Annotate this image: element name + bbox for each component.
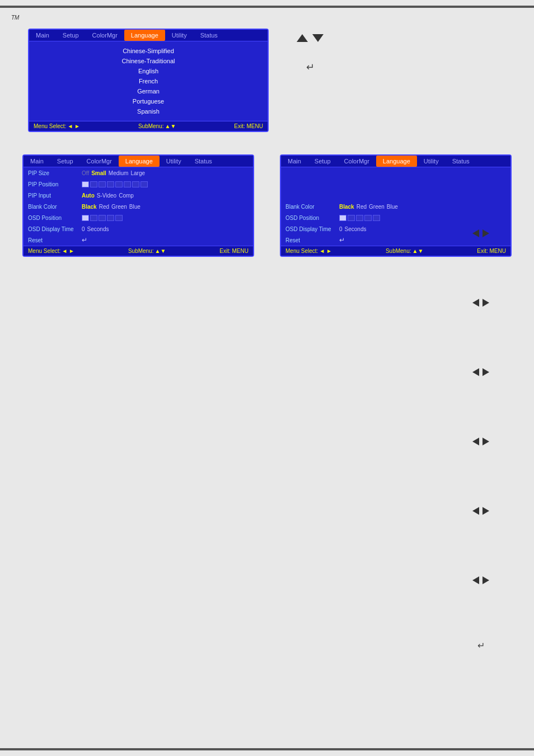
left-arrow-icon-1[interactable] <box>472 229 479 237</box>
bl-footer-menu-select: Menu Select: ◄ ► <box>28 248 74 254</box>
pip-size-off[interactable]: Off <box>82 170 89 176</box>
osd-position-label-left: OSD Position <box>28 215 78 221</box>
bl-tab-utility[interactable]: Utility <box>160 156 188 167</box>
osd-pos-btn-r2[interactable] <box>348 215 355 221</box>
tab-language-lang[interactable]: Language <box>124 30 165 41</box>
tab-utility-lang[interactable]: Utility <box>165 30 194 41</box>
utility-menu-left-header: Main Setup ColorMgr Language Utility Sta… <box>24 156 253 167</box>
enter-icon-bottom[interactable]: ↵ <box>477 640 485 651</box>
osd-pos-btn-3[interactable] <box>99 215 106 221</box>
page-wrapper: TM Main Setup ColorMgr Language Utility … <box>0 0 534 756</box>
br-tab-utility[interactable]: Utility <box>417 156 446 167</box>
tab-setup-lang[interactable]: Setup <box>56 30 86 41</box>
lang-chinese-simplified[interactable]: Chinese-Simplified <box>29 46 268 56</box>
right-arrow-icon-2[interactable] <box>483 299 489 307</box>
osd-pos-btn-r1[interactable] <box>339 215 346 221</box>
osd-pos-btn-2[interactable] <box>90 215 97 221</box>
right-arrow-icon-3[interactable] <box>483 368 489 376</box>
blank-color-black-left[interactable]: Black <box>82 204 97 210</box>
reset-enter-right[interactable]: ↵ <box>339 236 345 244</box>
lang-german[interactable]: German <box>29 86 268 96</box>
pip-size-large[interactable]: Large <box>130 170 145 176</box>
language-menu-body: Chinese-Simplified Chinese-Traditional E… <box>29 41 268 121</box>
footer-menu-select: Menu Select: ◄ ► <box>34 123 80 129</box>
pip-size-medium[interactable]: Medium <box>109 170 129 176</box>
up-arrow-icon[interactable] <box>297 34 308 42</box>
tab-status-lang[interactable]: Status <box>194 30 224 41</box>
osd-time-row-left: OSD Display Time 0 Seconds <box>24 223 253 234</box>
osd-pos-btn-1[interactable] <box>82 215 89 221</box>
pip-size-small[interactable]: Small <box>91 170 106 176</box>
blank-color-green-right[interactable]: Green <box>369 204 385 210</box>
blank-color-black-right[interactable]: Black <box>339 204 354 210</box>
pip-input-label: PIP Input <box>28 192 78 199</box>
lang-chinese-traditional[interactable]: Chinese-Traditional <box>29 56 268 66</box>
lang-spanish[interactable]: Spanish <box>29 106 268 116</box>
pos-btn-7[interactable] <box>132 181 139 187</box>
top-nav-arrows: ↵ <box>280 23 340 84</box>
blank-color-blue-right[interactable]: Blue <box>387 204 398 210</box>
blank-color-red-left[interactable]: Red <box>99 204 109 210</box>
osd-pos-btn-5[interactable] <box>115 215 123 221</box>
osd-position-row-left: OSD Position <box>24 212 253 223</box>
osd-time-label-right: OSD Display Time <box>285 226 336 232</box>
pos-btn-3[interactable] <box>99 181 106 187</box>
br-tab-status[interactable]: Status <box>446 156 476 167</box>
pip-size-row: PIP Size Off Small Medium Large <box>24 167 253 179</box>
enter-icon-top[interactable]: ↵ <box>306 61 315 73</box>
osd-time-options-right: 0 Seconds <box>339 226 366 232</box>
right-arrow-icon-6[interactable] <box>483 576 489 584</box>
nav-pair-2 <box>472 299 489 307</box>
br-tab-colormgr[interactable]: ColorMgr <box>338 156 376 167</box>
osd-pos-btn-r3[interactable] <box>356 215 363 221</box>
right-arrow-icon-5[interactable] <box>483 507 489 515</box>
blank-color-row-left: Blank Color Black Red Green Blue <box>24 201 253 212</box>
lang-portuguese[interactable]: Portuguese <box>29 96 268 106</box>
left-arrow-icon-2[interactable] <box>472 299 479 307</box>
pip-input-comp[interactable]: Comp <box>119 192 134 199</box>
left-arrow-icon-5[interactable] <box>472 507 479 515</box>
tab-main-lang[interactable]: Main <box>29 30 56 41</box>
pip-size-options: Off Small Medium Large <box>82 170 145 176</box>
tm-label: TM <box>0 12 534 23</box>
tab-colormgr-lang[interactable]: ColorMgr <box>86 30 124 41</box>
blank-color-red-right[interactable]: Red <box>357 204 367 210</box>
osd-pos-btn-4[interactable] <box>107 215 114 221</box>
pos-btn-5[interactable] <box>115 181 123 187</box>
lang-french[interactable]: French <box>29 76 268 86</box>
pos-btn-1[interactable] <box>82 181 89 187</box>
bl-tab-colormgr[interactable]: ColorMgr <box>80 156 119 167</box>
lang-english[interactable]: English <box>29 66 268 76</box>
reset-label-right: Reset <box>285 237 336 243</box>
osd-pos-btn-r4[interactable] <box>364 215 372 221</box>
blank-color-green-left[interactable]: Green <box>111 204 127 210</box>
left-arrow-icon-3[interactable] <box>472 368 479 376</box>
reset-enter-left[interactable]: ↵ <box>82 236 87 244</box>
pos-btn-6[interactable] <box>124 181 131 187</box>
pip-input-auto[interactable]: Auto <box>82 192 95 199</box>
osd-time-val-right[interactable]: 0 <box>339 226 343 232</box>
left-arrow-icon-6[interactable] <box>472 576 479 584</box>
bl-tab-language[interactable]: Language <box>119 156 160 167</box>
pos-btn-2[interactable] <box>90 181 97 187</box>
blank-color-row-right: Blank Color Black Red Green Blue <box>281 201 510 212</box>
br-tab-setup[interactable]: Setup <box>308 156 338 167</box>
br-tab-main[interactable]: Main <box>281 156 308 167</box>
reset-row-left: Reset ↵ <box>24 234 253 246</box>
pip-input-svideo[interactable]: S-Video <box>97 192 116 199</box>
pos-btn-4[interactable] <box>107 181 114 187</box>
pos-btn-8[interactable] <box>140 181 148 187</box>
osd-pos-btn-r5[interactable] <box>373 215 380 221</box>
nav-pair-6 <box>472 576 489 584</box>
right-arrow-icon-4[interactable] <box>483 438 489 445</box>
blank-color-label-right: Blank Color <box>285 204 336 210</box>
right-arrow-icon-1[interactable] <box>483 229 489 237</box>
bl-tab-main[interactable]: Main <box>24 156 50 167</box>
left-arrow-icon-4[interactable] <box>472 438 479 445</box>
br-tab-language[interactable]: Language <box>376 156 417 167</box>
down-arrow-icon[interactable] <box>312 34 324 42</box>
bl-tab-setup[interactable]: Setup <box>50 156 80 167</box>
blank-color-blue-left[interactable]: Blue <box>129 204 140 210</box>
osd-time-val-left[interactable]: 0 <box>82 226 85 232</box>
bl-tab-status[interactable]: Status <box>188 156 219 167</box>
